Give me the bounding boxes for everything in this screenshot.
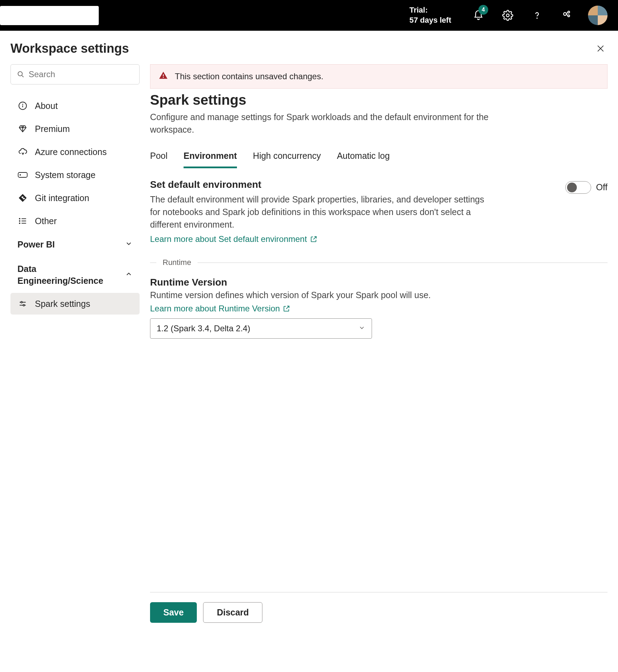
tab-environment[interactable]: Environment xyxy=(184,149,237,168)
link-text: Learn more about Set default environment xyxy=(150,234,307,244)
help-icon[interactable] xyxy=(529,8,545,23)
sidebar-item-label: Git integration xyxy=(35,193,89,203)
tabs: Pool Environment High concurrency Automa… xyxy=(150,149,608,169)
trial-label: Trial: xyxy=(409,5,451,15)
default-env-title: Set default environment xyxy=(150,179,485,190)
external-link-icon xyxy=(283,305,290,312)
warning-icon xyxy=(159,71,168,82)
svg-point-0 xyxy=(506,14,509,17)
notifications-icon[interactable]: 4 xyxy=(471,8,486,23)
footer-divider xyxy=(150,592,608,592)
svg-rect-8 xyxy=(18,172,27,177)
sidebar-group-de[interactable]: Data Engineering/Science xyxy=(10,257,140,293)
svg-point-13 xyxy=(19,221,20,221)
diamond-icon xyxy=(17,124,28,134)
save-button[interactable]: Save xyxy=(150,602,197,623)
sidebar-item-git[interactable]: Git integration xyxy=(10,186,140,209)
default-env-toggle[interactable] xyxy=(565,181,591,194)
sliders-icon xyxy=(17,298,28,309)
panel-title: Workspace settings xyxy=(10,41,129,56)
sidebar-group-powerbi[interactable]: Power BI xyxy=(10,232,140,257)
svg-point-9 xyxy=(20,175,21,175)
sidebar-item-label: Spark settings xyxy=(35,299,90,309)
avatar[interactable] xyxy=(588,6,608,25)
cloud-icon xyxy=(17,147,28,157)
tab-automatic-log[interactable]: Automatic log xyxy=(337,149,389,168)
section-title: Spark settings xyxy=(150,92,608,108)
svg-point-16 xyxy=(23,304,24,306)
svg-point-7 xyxy=(22,104,23,104)
external-link-icon xyxy=(310,235,318,243)
sidebar-item-storage[interactable]: System storage xyxy=(10,163,140,186)
runtime-desc: Runtime version defines which version of… xyxy=(150,290,608,300)
divider-label: Runtime xyxy=(163,258,191,267)
select-value: 1.2 (Spark 3.4, Delta 2.4) xyxy=(157,324,250,333)
svg-point-14 xyxy=(19,223,20,223)
topbar: Trial: 57 days left 4 xyxy=(0,0,618,31)
toggle-state-label: Off xyxy=(596,182,608,192)
sidebar-search-input[interactable] xyxy=(29,69,133,79)
unsaved-alert: This section contains unsaved changes. xyxy=(150,64,608,89)
sidebar-item-label: Other xyxy=(35,216,57,226)
close-button[interactable] xyxy=(594,42,608,56)
sidebar-group-label: Data Engineering/Science xyxy=(17,263,115,287)
notification-badge: 4 xyxy=(478,5,488,15)
trial-status[interactable]: Trial: 57 days left xyxy=(409,5,451,25)
svg-point-5 xyxy=(18,72,22,76)
sidebar-item-label: Azure connections xyxy=(35,147,107,157)
default-env-link[interactable]: Learn more about Set default environment xyxy=(150,234,318,244)
sidebar-item-label: About xyxy=(35,101,58,111)
git-icon xyxy=(17,193,28,203)
discard-button[interactable]: Discard xyxy=(203,602,262,623)
sidebar: About Premium Azure connections System s… xyxy=(10,64,140,623)
tab-high-concurrency[interactable]: High concurrency xyxy=(253,149,321,168)
sidebar-item-other[interactable]: Other xyxy=(10,209,140,232)
info-icon xyxy=(17,101,28,111)
storage-icon xyxy=(17,170,28,180)
svg-point-2 xyxy=(564,13,566,15)
footer-buttons: Save Discard xyxy=(150,602,608,623)
sidebar-search[interactable] xyxy=(10,64,140,84)
sidebar-item-premium[interactable]: Premium xyxy=(10,117,140,140)
feedback-icon[interactable] xyxy=(559,8,574,23)
topbar-search-box[interactable] xyxy=(0,6,99,25)
default-env-desc: The default environment will provide Spa… xyxy=(150,193,485,231)
sidebar-item-about[interactable]: About xyxy=(10,94,140,117)
svg-point-12 xyxy=(19,218,20,219)
content: This section contains unsaved changes. S… xyxy=(150,64,608,623)
settings-icon[interactable] xyxy=(500,8,515,23)
runtime-link[interactable]: Learn more about Runtime Version xyxy=(150,304,608,313)
sidebar-item-azure[interactable]: Azure connections xyxy=(10,140,140,163)
sidebar-item-label: System storage xyxy=(35,170,96,180)
runtime-version-select[interactable]: 1.2 (Spark 3.4, Delta 2.4) xyxy=(150,318,372,339)
runtime-divider: Runtime xyxy=(150,258,608,267)
svg-point-1 xyxy=(537,18,537,18)
alert-text: This section contains unsaved changes. xyxy=(175,72,323,81)
chevron-down-icon xyxy=(125,239,133,250)
tab-pool[interactable]: Pool xyxy=(150,149,167,168)
svg-point-17 xyxy=(163,77,164,78)
sidebar-item-spark-settings[interactable]: Spark settings xyxy=(10,293,140,315)
settings-panel: Workspace settings About Premium Azure c… xyxy=(0,31,618,633)
chevron-down-icon xyxy=(358,324,365,333)
section-desc: Configure and manage settings for Spark … xyxy=(150,111,506,136)
default-env-toggle-wrap: Off xyxy=(565,181,608,194)
chevron-up-icon xyxy=(125,270,133,280)
list-icon xyxy=(17,216,28,226)
sidebar-item-label: Premium xyxy=(35,124,70,134)
runtime-title: Runtime Version xyxy=(150,277,608,288)
sidebar-group-label: Power BI xyxy=(17,239,55,251)
search-icon xyxy=(17,70,24,79)
link-text: Learn more about Runtime Version xyxy=(150,304,280,313)
trial-days: 57 days left xyxy=(409,15,451,25)
svg-point-15 xyxy=(21,302,22,303)
